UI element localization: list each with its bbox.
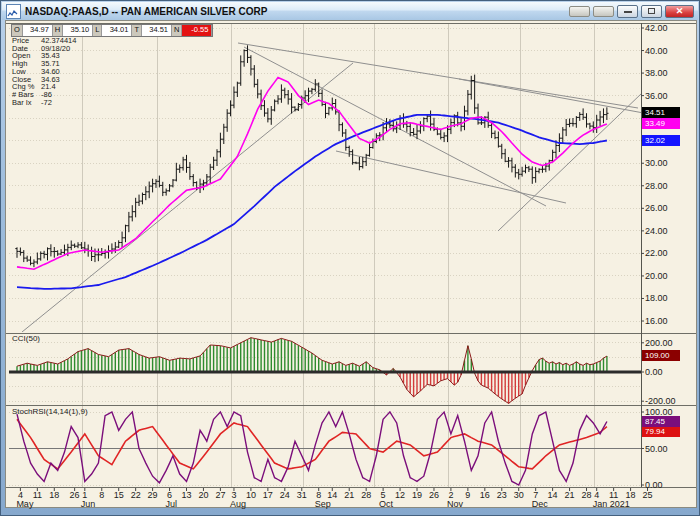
quote-field-value-N: -0.55: [182, 25, 212, 36]
quote-field-label-H: H: [53, 25, 63, 36]
toolbar-button-1[interactable]: [569, 6, 590, 17]
close-button[interactable]: ✕: [665, 5, 694, 18]
window-title: NASDAQ:PAAS,D -- PAN AMERICAN SILVER COR…: [25, 6, 267, 17]
title-bar[interactable]: NASDAQ:PAAS,D -- PAN AMERICAN SILVER COR…: [2, 2, 698, 20]
ma-slow-price-box: 32.02: [642, 135, 680, 146]
quote-field-value-H: 35.10: [63, 25, 93, 36]
maximize-button[interactable]: [641, 5, 662, 18]
stochrsi-panel-label: StochRSI(14,14(1),9): [12, 407, 88, 416]
maximize-icon: [648, 8, 655, 14]
quote-field-label-L: L: [93, 25, 102, 36]
quote-field-label-N: N: [172, 25, 182, 36]
app-icon: [6, 4, 21, 19]
quote-field-value-O: 34.97: [23, 25, 53, 36]
info-row: Bar Ix-72: [12, 99, 76, 107]
info-value: -72: [41, 99, 52, 107]
cci-panel-label: CCI(50): [12, 334, 40, 343]
chart-client-area: [5, 20, 697, 508]
stochrsi-fast-value-box: 87.45: [642, 416, 680, 427]
stochrsi-signal-value-box: 79.94: [642, 427, 680, 437]
cursor-info-panel: Price42.374414Date09/18/20Open35.43High3…: [12, 37, 76, 106]
titlebar-buttons: ✕: [569, 5, 694, 18]
quote-field-value-L: 34.01: [102, 25, 132, 36]
toolbar-button-2[interactable]: [593, 6, 614, 17]
cci-value-box: 109.00: [642, 350, 680, 361]
ma-fast-price-box: 33.49: [642, 118, 680, 129]
quote-field-value-T: 34.51: [142, 25, 172, 36]
minimize-button[interactable]: [617, 5, 638, 18]
quote-field-label-T: T: [132, 25, 142, 36]
app-window: NASDAQ:PAAS,D -- PAN AMERICAN SILVER COR…: [0, 0, 700, 516]
minimize-icon: [624, 11, 632, 13]
info-label: Bar Ix: [12, 99, 41, 107]
quote-field-label-O: O: [12, 25, 23, 36]
last-price-box: 34.51: [642, 107, 680, 118]
